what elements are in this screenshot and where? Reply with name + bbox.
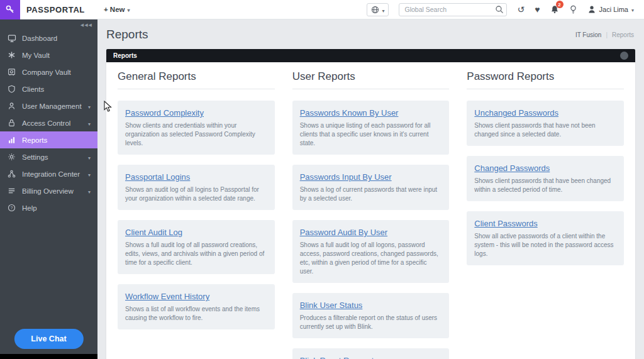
panel-body: General Reports Password Complexity Show… (106, 62, 635, 359)
sidebar-item-company-vault[interactable]: Company Vault (0, 64, 97, 80)
search-icon[interactable] (495, 5, 504, 14)
new-button[interactable]: + New (104, 6, 130, 13)
sidebar-item-user-management[interactable]: User Management (0, 97, 97, 114)
panel-header: Reports (106, 49, 635, 62)
chevron-down-icon (631, 6, 634, 13)
sidebar-item-label: Clients (22, 86, 44, 93)
gear-icon (7, 153, 16, 161)
sidebar-item-label: Company Vault (22, 69, 71, 76)
report-link[interactable]: Client Audit Log (125, 228, 182, 237)
sidebar-item-clients[interactable]: Clients (0, 80, 97, 97)
sidebar-item-dashboard[interactable]: Dashboard (0, 30, 97, 47)
report-description: Shows a full audit log of all logons, pa… (300, 241, 442, 276)
chevron-down-icon (88, 170, 91, 178)
report-card: Passwords Input By User Shows a log of c… (292, 165, 450, 210)
notification-badge: 2 (556, 1, 564, 8)
panel-title: Reports (113, 52, 137, 59)
report-description: Shows a log of current passwords that we… (300, 185, 442, 203)
report-column-general: General Reports Password Complexity Show… (118, 70, 275, 340)
sidebar-item-label: Dashboard (22, 35, 57, 42)
report-card: Passwords Known By User Shows a unique l… (292, 101, 450, 155)
chevron-down-icon (127, 6, 130, 13)
user-menu[interactable]: Jaci Lima (587, 5, 634, 14)
globe-icon (371, 6, 379, 14)
breadcrumb: IT Fusion Reports (575, 31, 634, 38)
brand-logo[interactable] (0, 0, 20, 19)
chevron-down-icon (88, 187, 91, 195)
report-link[interactable]: Changed Passwords (474, 163, 550, 173)
report-card: Blink User Status Produces a filterable … (292, 293, 450, 338)
sidebar-item-help[interactable]: ? Help (0, 199, 97, 216)
search-scope-selector[interactable] (367, 3, 389, 16)
tips-button[interactable] (569, 5, 577, 14)
column-title: User Reports (292, 70, 450, 89)
report-description: Shows a unique listing of each password … (300, 121, 442, 148)
column-title: General Reports (118, 70, 275, 89)
favorites-button[interactable]: ♥ (535, 5, 540, 14)
sidebar-collapse-control[interactable]: ◀◀◀ (0, 19, 97, 30)
report-link[interactable]: Blink User Status (300, 301, 363, 310)
new-button-label: + New (104, 6, 125, 13)
sidebar-item-settings[interactable]: Settings (0, 148, 97, 165)
global-search (399, 3, 507, 16)
sidebar-item-billing-overview[interactable]: Billing Overview (0, 182, 97, 199)
report-description: Shows a full audit log of all password c… (125, 241, 267, 267)
report-card: Workflow Event History Shows a list of a… (118, 284, 275, 329)
report-column-user: User Reports Passwords Known By User Sho… (292, 70, 450, 359)
sidebar: ◀◀◀ Dashboard My Vault Company Vault Cli… (0, 19, 97, 359)
report-link[interactable]: Password Audit By User (300, 228, 387, 237)
chevron-down-icon (88, 153, 91, 161)
notifications-button[interactable]: 2 (550, 5, 559, 14)
report-link[interactable]: Passwords Input By User (300, 172, 392, 182)
topbar-actions: ↺ ♥ 2 (367, 3, 644, 16)
topbar: PASSPORTAL + New ↺ ♥ (0, 0, 644, 19)
report-card: Client Passwords Show all active passwor… (467, 211, 624, 265)
safe-icon (7, 68, 16, 76)
panel-collapse-icon[interactable] (620, 52, 628, 60)
global-search-input[interactable] (399, 3, 507, 16)
report-link[interactable]: Password Complexity (125, 108, 204, 118)
sidebar-item-integration-center[interactable]: Integration Center (0, 165, 97, 182)
key-icon (5, 4, 15, 14)
lock-icon (7, 119, 16, 127)
history-button[interactable]: ↺ (517, 5, 525, 14)
report-card: Blink Reset Request Produces a filterabl… (292, 348, 450, 359)
integration-nodes-icon (7, 170, 16, 178)
report-link[interactable]: Workflow Event History (125, 292, 209, 301)
breadcrumb-client[interactable]: IT Fusion (575, 31, 602, 38)
sidebar-item-my-vault[interactable]: My Vault (0, 47, 97, 64)
sidebar-item-label: Help (22, 204, 37, 212)
report-card: Client Audit Log Shows a full audit log … (118, 220, 275, 274)
sidebar-item-access-control[interactable]: Access Control (0, 114, 97, 131)
page-header: Reports IT Fusion Reports (97, 19, 644, 49)
history-icon: ↺ (517, 5, 525, 14)
report-description: Shows client passwords that have not bee… (474, 121, 616, 139)
sidebar-item-label: Billing Overview (22, 187, 74, 195)
sidebar-item-label: Reports (22, 136, 47, 144)
report-column-password: Password Reports Unchanged Passwords Sho… (467, 70, 624, 275)
report-link[interactable]: Blink Reset Request (300, 356, 374, 359)
user-icon (7, 102, 16, 110)
report-card: Changed Passwords Shows client passwords… (467, 156, 624, 201)
report-card: Password Audit By User Shows a full audi… (292, 220, 450, 283)
report-description: Shows an audit log of all logins to Pass… (125, 185, 267, 203)
sidebar-item-reports[interactable]: Reports (0, 131, 97, 148)
report-link[interactable]: Client Passwords (474, 219, 537, 228)
chevron-down-icon (88, 102, 91, 110)
report-link[interactable]: Passportal Logins (125, 172, 190, 182)
vault-star-icon (7, 51, 16, 59)
chevron-down-icon (382, 4, 384, 15)
report-link[interactable]: Unchanged Passwords (474, 108, 558, 118)
svg-text:?: ? (11, 206, 13, 210)
report-description: Shows a list of all workflow events and … (125, 305, 267, 323)
report-link[interactable]: Passwords Known By User (300, 108, 399, 118)
breadcrumb-separator (606, 31, 608, 38)
user-name: Jaci Lima (599, 6, 628, 13)
sidebar-item-label: User Management (22, 102, 82, 110)
lightbulb-icon (569, 5, 577, 14)
breadcrumb-current-page: Reports (612, 31, 634, 38)
reports-panel: Reports General Reports Password Complex… (106, 49, 635, 359)
sidebar-bottom-strip (0, 354, 97, 359)
report-description: Produces a filterable report on the stat… (300, 314, 442, 331)
live-chat-button[interactable]: Live Chat (14, 329, 83, 349)
